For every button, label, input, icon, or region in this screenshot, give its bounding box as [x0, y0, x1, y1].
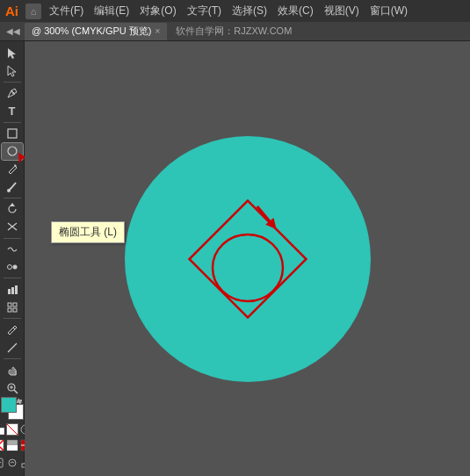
tab-close-button[interactable]: ×: [155, 26, 160, 36]
tool-pen[interactable]: [2, 85, 23, 102]
title-bar: Ai ⌂ 文件(F) 编辑(E) 对象(O) 文字(T) 选择(S) 效果(C)…: [0, 0, 470, 22]
tab-bar: ◀◀ @ 300% (CMYK/GPU 预览) × 软件自学网：RJZXW.CO…: [0, 22, 470, 41]
icon-bottom-1[interactable]: [0, 457, 4, 469]
default-colors-icon[interactable]: [0, 424, 4, 435]
tool-eyedropper[interactable]: [2, 321, 23, 338]
menu-view[interactable]: 视图(V): [320, 2, 364, 20]
svg-marker-6: [10, 203, 15, 206]
svg-point-5: [7, 189, 11, 192]
separator-7: [4, 358, 21, 359]
svg-rect-14: [8, 308, 11, 312]
canvas-content: [25, 41, 470, 476]
tool-type[interactable]: T: [2, 103, 23, 119]
svg-point-7: [7, 264, 11, 269]
menu-bar[interactable]: 文件(F) 编辑(E) 对象(O) 文字(T) 选择(S) 效果(C) 视图(V…: [45, 2, 412, 20]
separator-3: [4, 198, 21, 198]
separator-2: [4, 122, 21, 123]
svg-rect-22: [0, 428, 4, 435]
svg-line-18: [14, 390, 18, 393]
menu-window[interactable]: 窗口(W): [365, 2, 412, 20]
svg-point-8: [12, 264, 17, 269]
svg-rect-10: [11, 287, 14, 294]
menu-file[interactable]: 文件(F): [45, 2, 88, 20]
main-layout: T: [0, 41, 470, 476]
menu-effect[interactable]: 效果(C): [273, 2, 318, 20]
tool-blend[interactable]: [2, 258, 23, 275]
svg-rect-13: [13, 303, 17, 307]
tab-label: @ 300% (CMYK/GPU 预览): [32, 25, 151, 38]
tool-ellipse[interactable]: [2, 143, 23, 160]
menu-edit[interactable]: 编辑(E): [90, 2, 134, 20]
canvas-area[interactable]: 椭圆工具 (L): [25, 41, 470, 476]
tool-rectangle[interactable]: [2, 126, 23, 142]
tool-pencil[interactable]: [2, 161, 23, 177]
tool-rotate[interactable]: [2, 201, 23, 218]
menu-object[interactable]: 对象(O): [135, 2, 180, 20]
svg-rect-32: [0, 462, 1, 463]
svg-rect-2: [8, 129, 17, 138]
svg-rect-9: [8, 289, 11, 294]
icon-bottom-2[interactable]: [6, 457, 18, 469]
ai-logo: Ai: [5, 4, 18, 18]
swatch-container[interactable]: [1, 397, 24, 420]
artwork-svg: [112, 123, 384, 395]
teal-circle: [125, 136, 371, 382]
tool-zoom[interactable]: [2, 379, 23, 396]
active-tab[interactable]: @ 300% (CMYK/GPU 预览) ×: [25, 23, 167, 40]
separator-4: [4, 238, 21, 239]
toolbar: T: [0, 41, 25, 476]
tool-hand[interactable]: [2, 362, 23, 379]
separator-1: [4, 82, 21, 83]
gray-white-swatch[interactable]: [6, 439, 18, 451]
tool-warp[interactable]: [2, 241, 23, 257]
svg-line-16: [8, 343, 17, 352]
tool-direct-select[interactable]: [2, 62, 23, 79]
svg-marker-1: [8, 66, 16, 76]
tooltip-text: 椭圆工具 (L): [59, 226, 117, 238]
separator-6: [4, 318, 21, 319]
tab-arrow-left[interactable]: ◀◀: [4, 26, 23, 36]
home-icon[interactable]: ⌂: [25, 4, 41, 19]
svg-point-33: [9, 459, 16, 466]
tool-measure[interactable]: [2, 339, 23, 356]
svg-rect-12: [8, 303, 11, 307]
svg-rect-15: [13, 308, 17, 312]
tool-graph[interactable]: [2, 281, 23, 298]
foreground-color-swatch[interactable]: [1, 397, 17, 413]
red-crossed-swatch[interactable]: [0, 439, 4, 451]
separator-5: [4, 278, 21, 278]
menu-select[interactable]: 选择(S): [228, 2, 271, 20]
tool-reflect[interactable]: [2, 219, 23, 235]
menu-type[interactable]: 文字(T): [183, 2, 226, 20]
svg-rect-11: [15, 285, 18, 294]
tooltip: 椭圆工具 (L): [51, 221, 125, 243]
svg-marker-0: [8, 48, 16, 59]
tool-select[interactable]: [2, 45, 23, 61]
tool-grid[interactable]: [2, 299, 23, 315]
tab-website: 软件自学网：RJZXW.COM: [176, 25, 292, 38]
tool-brush[interactable]: [2, 178, 23, 195]
svg-rect-28: [7, 445, 18, 451]
none-color-swatch[interactable]: [6, 423, 18, 436]
